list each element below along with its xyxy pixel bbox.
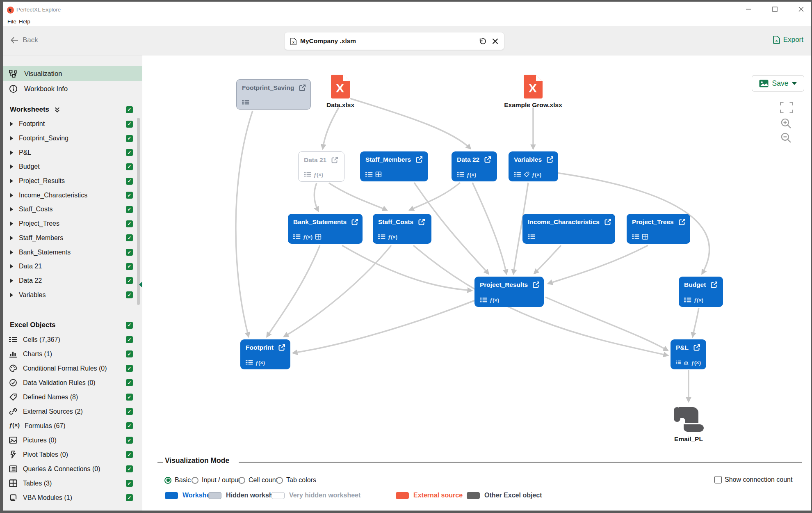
close-button[interactable] [797, 5, 805, 13]
checkbox[interactable]: ✓ [126, 263, 133, 270]
worksheet-item[interactable]: Staff_Members✓ [3, 231, 142, 245]
sheet-node-project-results[interactable]: Project_Results ƒ(×) [474, 277, 544, 307]
excel-objects-checkbox[interactable]: ✓ [126, 322, 133, 329]
sidebar-scrollbar[interactable] [137, 118, 140, 305]
checkbox[interactable]: ✓ [126, 163, 133, 170]
zoom-out-button[interactable] [780, 132, 791, 145]
menu-help[interactable]: Help [19, 18, 30, 25]
excel-object-item[interactable]: Data Validation Rules (0)✓ [3, 376, 142, 390]
expand-triangle-icon[interactable] [10, 136, 16, 140]
radio-tab-colors[interactable] [276, 477, 283, 484]
checkbox[interactable]: ✓ [126, 365, 133, 372]
checkbox[interactable]: ✓ [126, 220, 133, 227]
checkbox[interactable]: ✓ [126, 437, 133, 444]
excel-object-item[interactable]: Charts (1)✓ [3, 347, 142, 361]
worksheet-item[interactable]: Budget✓ [3, 160, 142, 174]
menu-file[interactable]: File [7, 18, 16, 25]
excel-object-item[interactable]: Pivot Tables (0)✓ [3, 447, 142, 462]
worksheet-item[interactable]: P&L✓ [3, 145, 142, 160]
expand-triangle-icon[interactable] [10, 193, 16, 197]
sheet-node-staff-members[interactable]: Staff_Members [360, 151, 428, 181]
excel-object-item[interactable]: ƒ(×)Formulas (67)✓ [3, 419, 142, 433]
excel-object-item[interactable]: Tables (3)✓ [3, 476, 142, 490]
checkbox[interactable]: ✓ [126, 178, 133, 185]
expand-triangle-icon[interactable] [10, 293, 16, 297]
external-link-icon[interactable] [299, 84, 306, 92]
radio-input-output[interactable] [192, 477, 198, 484]
filename-input[interactable]: x MyCompany .xlsm [284, 32, 504, 50]
checkbox[interactable]: ✓ [126, 394, 133, 401]
radio-basic[interactable] [164, 477, 171, 484]
excel-object-item[interactable]: Cells (7,367)✓ [3, 332, 142, 347]
expand-triangle-icon[interactable] [10, 179, 16, 183]
checkbox[interactable]: ✓ [126, 379, 133, 386]
sheet-node-data-21[interactable]: Data 21 ƒ(×) [298, 151, 344, 182]
external-link-icon[interactable] [693, 344, 700, 351]
worksheets-checkbox[interactable]: ✓ [126, 106, 133, 113]
external-link-icon[interactable] [418, 218, 425, 226]
fullscreen-button[interactable] [780, 102, 793, 115]
checkbox[interactable]: ✓ [126, 192, 133, 199]
excel-object-item[interactable]: Queries & Connections (0)✓ [3, 462, 142, 476]
excel-object-item[interactable]: Conditional Format Rules (0)✓ [3, 361, 142, 376]
expand-triangle-icon[interactable] [10, 207, 16, 211]
external-link-icon[interactable] [331, 156, 338, 164]
zoom-in-button[interactable] [780, 118, 791, 131]
external-source-data-xlsx[interactable]: XData.xlsx [312, 75, 369, 109]
worksheet-item[interactable]: Income_Characteristics✓ [3, 188, 142, 202]
checkbox[interactable]: ✓ [126, 149, 133, 156]
expand-triangle-icon[interactable] [10, 165, 16, 169]
worksheet-item[interactable]: Project_Results✓ [3, 174, 142, 188]
checkbox[interactable]: ✓ [126, 234, 133, 241]
expand-triangle-icon[interactable] [10, 250, 16, 254]
checkbox[interactable]: ✓ [126, 277, 133, 284]
expand-triangle-icon[interactable] [10, 222, 16, 226]
radio-cell-count[interactable] [238, 477, 245, 484]
checkbox[interactable]: ✓ [126, 465, 133, 472]
sheet-node-pl[interactable]: P&L ƒ(×) [671, 339, 706, 369]
sheet-node-variables[interactable]: Variables ƒ(×) [509, 151, 558, 181]
sheet-node-staff-costs[interactable]: Staff_Costs ƒ(×) [373, 214, 431, 244]
worksheet-item[interactable]: Data 22✓ [3, 274, 142, 288]
worksheet-item[interactable]: Variables✓ [3, 288, 142, 302]
expand-triangle-icon[interactable] [10, 151, 16, 155]
excel-object-item[interactable]: External Sources (2)✓ [3, 404, 142, 419]
external-link-icon[interactable] [415, 156, 423, 163]
external-link-icon[interactable] [278, 344, 285, 351]
sheet-node-footprint[interactable]: Footprint ƒ(×) [240, 339, 290, 369]
external-source-example-grow-xlsx[interactable]: XExample Grow.xlsx [500, 75, 566, 109]
sheet-node-budget[interactable]: Budget ƒ(×) [679, 277, 723, 307]
checkbox[interactable]: ✓ [126, 422, 133, 429]
external-link-icon[interactable] [532, 281, 540, 289]
expand-triangle-icon[interactable] [10, 122, 16, 126]
expand-triangle-icon[interactable] [10, 236, 16, 240]
sheet-node-bank-statements[interactable]: Bank_Statements ƒ(×) [288, 214, 363, 244]
excel-object-item[interactable]: Defined Names (8)✓ [3, 390, 142, 404]
external-link-icon[interactable] [678, 218, 686, 226]
external-link-icon[interactable] [604, 218, 611, 226]
export-button[interactable]: x Export [773, 35, 803, 44]
checkbox[interactable]: ✓ [126, 249, 133, 256]
checkbox[interactable]: ✓ [126, 336, 133, 343]
sidebar-item-workbook-info[interactable]: Workbook Info [3, 81, 142, 96]
checkbox[interactable]: ✓ [126, 451, 133, 458]
sheet-node-data-22[interactable]: Data 22 ƒ(×) [452, 151, 497, 181]
checkbox[interactable]: ✓ [126, 494, 133, 501]
back-button[interactable]: Back [11, 36, 38, 44]
worksheet-item[interactable]: Project_Trees✓ [3, 217, 142, 231]
minimize-button[interactable] [744, 5, 753, 13]
external-link-icon[interactable] [351, 218, 358, 226]
chevron-double-down-icon[interactable] [54, 107, 60, 113]
maximize-button[interactable] [771, 5, 779, 13]
show-connection-count-checkbox[interactable] [714, 476, 722, 483]
checkbox[interactable]: ✓ [126, 480, 133, 487]
checkbox[interactable]: ✓ [126, 350, 133, 357]
checkbox[interactable]: ✓ [126, 135, 133, 142]
worksheet-item[interactable]: Bank_Statements✓ [3, 245, 142, 259]
sheet-node-footprint-saving[interactable]: Footprint_Saving [236, 79, 311, 110]
external-link-icon[interactable] [546, 156, 554, 163]
checkbox[interactable]: ✓ [126, 408, 133, 415]
excel-object-item[interactable]: VBA Modules (1)✓ [3, 490, 142, 505]
worksheet-item[interactable]: Footprint_Saving✓ [3, 131, 142, 146]
checkbox[interactable]: ✓ [126, 206, 133, 213]
